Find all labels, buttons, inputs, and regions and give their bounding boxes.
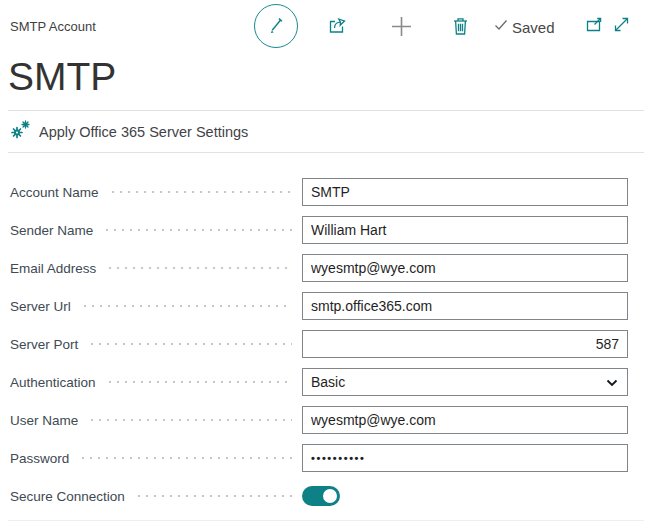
field-label-area: Password <box>10 444 302 472</box>
toggle-knob <box>323 489 337 503</box>
field-row-server-url: Server Url <box>10 292 650 320</box>
fields-form: Account Name Sender Name Email Address S… <box>0 178 650 510</box>
field-row-authentication: Authentication Basic <box>10 368 650 396</box>
field-label-area: User Name <box>10 406 302 434</box>
divider <box>8 520 644 521</box>
server-url-input[interactable] <box>302 292 628 320</box>
popout-button[interactable] <box>585 17 603 33</box>
dotted-leader <box>135 482 292 510</box>
password-input[interactable] <box>302 444 628 472</box>
check-icon <box>493 17 509 37</box>
field-row-password: Password <box>10 444 650 472</box>
field-row-secure-connection: Secure Connection <box>10 482 650 510</box>
share-icon <box>327 24 348 39</box>
field-row-user-name: User Name <box>10 406 650 434</box>
field-control-slot <box>302 444 628 472</box>
field-control-slot <box>302 406 628 434</box>
apply-office365-label: Apply Office 365 Server Settings <box>39 124 248 140</box>
field-label: Server Port <box>10 337 78 352</box>
share-button[interactable] <box>327 16 348 36</box>
field-label-area: Account Name <box>10 178 302 206</box>
field-label-area: Authentication <box>10 368 302 396</box>
field-control-slot <box>302 254 628 282</box>
apply-office365-action[interactable]: Apply Office 365 Server Settings <box>0 111 650 152</box>
field-row-email-address: Email Address <box>10 254 650 282</box>
field-row-server-port: Server Port <box>10 330 650 358</box>
field-control-slot <box>302 178 628 206</box>
edit-button[interactable] <box>254 4 298 48</box>
dotted-leader <box>109 178 292 206</box>
field-label: Server Url <box>10 299 71 314</box>
field-label: User Name <box>10 413 78 428</box>
delete-button[interactable] <box>450 15 471 37</box>
trash-icon <box>450 25 471 40</box>
field-label-area: Secure Connection <box>10 482 302 510</box>
server-port-input[interactable] <box>302 330 628 358</box>
account-name-input[interactable] <box>302 178 628 206</box>
dotted-leader <box>79 444 292 472</box>
field-control-slot <box>302 292 628 320</box>
expand-diagonal-icon <box>612 22 631 37</box>
field-label-area: Sender Name <box>10 216 302 244</box>
field-label: Email Address <box>10 261 96 276</box>
page-title: SMTP <box>8 54 650 100</box>
popout-icon <box>585 21 603 36</box>
field-row-account-name: Account Name <box>10 178 650 206</box>
dotted-leader <box>88 330 292 358</box>
field-label: Secure Connection <box>10 489 125 504</box>
field-label-area: Server Url <box>10 292 302 320</box>
authentication-select[interactable]: Basic <box>302 368 628 396</box>
dotted-leader <box>81 292 292 320</box>
field-label: Authentication <box>10 375 96 390</box>
save-status: Saved <box>493 17 555 37</box>
field-control-slot: Basic <box>302 368 628 396</box>
field-label: Account Name <box>10 185 99 200</box>
chevron-down-icon <box>606 374 618 390</box>
field-label-area: Server Port <box>10 330 302 358</box>
email-address-input[interactable] <box>302 254 628 282</box>
field-label: Password <box>10 451 69 466</box>
new-button[interactable] <box>390 15 413 38</box>
field-row-sender-name: Sender Name <box>10 216 650 244</box>
page-caption: SMTP Account <box>10 19 96 34</box>
user-name-input[interactable] <box>302 406 628 434</box>
divider <box>8 152 644 153</box>
select-value: Basic <box>311 374 345 390</box>
dotted-leader <box>106 368 292 396</box>
field-control-slot <box>302 486 628 506</box>
plus-icon <box>390 26 413 41</box>
smtp-account-page: SMTP Account <box>0 0 650 530</box>
expand-button[interactable] <box>612 15 631 34</box>
header-bar: SMTP Account <box>0 0 650 52</box>
gears-icon <box>10 119 31 144</box>
dotted-leader <box>88 406 292 434</box>
field-control-slot <box>302 330 628 358</box>
field-control-slot <box>302 216 628 244</box>
dotted-leader <box>106 254 292 282</box>
dotted-leader <box>103 216 292 244</box>
secure-connection-toggle[interactable] <box>302 486 340 506</box>
saved-label: Saved <box>512 19 555 36</box>
sender-name-input[interactable] <box>302 216 628 244</box>
field-label-area: Email Address <box>10 254 302 282</box>
field-label: Sender Name <box>10 223 93 238</box>
pencil-icon <box>265 15 287 37</box>
